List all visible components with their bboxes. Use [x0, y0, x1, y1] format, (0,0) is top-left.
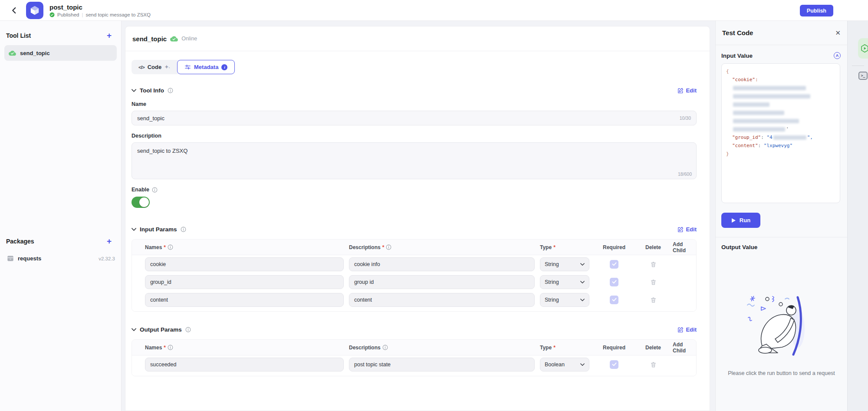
status-badge: Published	[57, 12, 79, 17]
param-name-input[interactable]: group_id	[145, 275, 344, 289]
param-required-checkbox[interactable]	[610, 260, 618, 269]
param-required-checkbox[interactable]	[610, 360, 618, 369]
code-token: :	[761, 135, 766, 140]
section-title: Tool Info	[140, 87, 164, 94]
edit-pencil-icon	[677, 88, 684, 94]
param-type-select[interactable]: String	[540, 257, 589, 271]
publish-button[interactable]: Publish	[800, 5, 833, 16]
param-name-input[interactable]: content	[145, 293, 344, 307]
description-input[interactable]: send_topic to ZSXQ 18/600	[132, 142, 697, 179]
collapse-chevron-icon[interactable]	[132, 328, 136, 331]
collapse-chevron-icon[interactable]	[132, 228, 136, 231]
param-name-input[interactable]: cookie	[145, 257, 344, 271]
code-icon: </>	[138, 65, 145, 70]
redacted-value	[733, 102, 769, 107]
top-header: post_topic Published | send topic messag…	[0, 0, 868, 21]
param-row: succeededpost topic stateBoolean	[132, 355, 696, 376]
tab-metadata[interactable]: Metadata i	[177, 60, 235, 74]
empty-state-illustration	[745, 294, 819, 359]
param-row: cookiecookie infoString	[132, 255, 696, 273]
required-asterisk: *	[553, 345, 556, 351]
description-char-counter: 18/600	[678, 171, 692, 177]
redacted-value	[733, 94, 810, 99]
column-header-type: Type*	[540, 244, 595, 250]
param-description-input[interactable]: group id	[349, 275, 535, 289]
param-description-input[interactable]: content	[349, 293, 535, 307]
empty-state-hint: Please click the run button to send a re…	[728, 370, 835, 376]
column-header-type: Type*	[540, 345, 595, 351]
param-delete-button[interactable]	[634, 261, 673, 268]
info-icon[interactable]	[181, 227, 186, 232]
param-description-input[interactable]: post topic state	[349, 358, 535, 372]
redacted-value	[733, 86, 806, 90]
input-value-editor[interactable]: {"cookie":'"group_id": "4","content": "l…	[721, 63, 840, 203]
column-header-required: Required	[595, 244, 634, 250]
rail-test-run-button[interactable]	[858, 38, 868, 59]
code-line: {	[726, 67, 835, 76]
description-field-label: Description	[132, 133, 697, 139]
info-icon[interactable]	[185, 327, 191, 332]
required-asterisk: *	[164, 345, 166, 351]
param-row: group_idgroup idString	[132, 273, 696, 291]
check-icon	[612, 262, 617, 266]
info-icon[interactable]	[382, 345, 388, 350]
info-icon[interactable]	[168, 345, 173, 350]
packages-title: Packages	[6, 238, 34, 245]
info-icon[interactable]	[168, 88, 173, 93]
close-icon[interactable]: ✕	[835, 29, 841, 37]
column-header-names: Names*	[145, 345, 349, 351]
param-delete-button[interactable]	[634, 296, 673, 303]
input-value-label: Input Value	[721, 53, 753, 59]
package-item-requests[interactable]: requests v2.32.3	[7, 255, 115, 262]
package-version: v2.32.3	[99, 256, 115, 261]
published-check-icon	[49, 12, 55, 17]
name-input[interactable]: send_topic 10/30	[132, 111, 697, 125]
info-icon[interactable]	[152, 187, 158, 193]
main-content: send_topic Online </> Code ✦˖ Metadata i	[125, 26, 710, 411]
param-delete-button[interactable]	[634, 361, 673, 368]
enable-label: Enable	[132, 187, 149, 193]
tool-info-edit-button[interactable]: Edit	[677, 87, 697, 94]
info-icon[interactable]	[386, 244, 391, 250]
tool-item-label: send_topic	[20, 50, 50, 56]
enable-toggle[interactable]	[132, 197, 150, 208]
add-package-button[interactable]: +	[107, 238, 112, 245]
back-chevron-icon	[10, 7, 18, 14]
param-name-input[interactable]: succeeded	[145, 358, 344, 372]
check-icon	[612, 280, 617, 284]
column-header-add-child: Add Child	[673, 342, 696, 354]
required-asterisk: *	[553, 244, 556, 250]
metadata-info-icon[interactable]: i	[221, 64, 227, 70]
tab-code[interactable]: </> Code ✦˖	[132, 60, 177, 74]
column-header-delete: Delete	[634, 244, 673, 250]
param-type-select[interactable]: String	[540, 275, 589, 289]
terminal-icon[interactable]: >_	[858, 72, 868, 80]
run-button[interactable]: Run	[721, 213, 760, 228]
hexagon-play-icon	[860, 44, 868, 53]
code-line: "content": "lxpwevyg"	[726, 141, 835, 150]
info-icon[interactable]	[168, 244, 173, 250]
code-token: :	[758, 143, 764, 148]
trash-icon	[650, 261, 657, 268]
param-required-checkbox[interactable]	[610, 278, 618, 286]
param-type-select[interactable]: Boolean	[540, 358, 589, 372]
code-token: "cookie":	[732, 77, 758, 82]
input-params-edit-button[interactable]: Edit	[677, 226, 697, 233]
online-status-label: Online	[181, 36, 197, 42]
back-button[interactable]	[9, 5, 20, 16]
add-tool-button[interactable]: +	[107, 32, 112, 39]
code-line	[726, 109, 835, 117]
column-header-required: Required	[595, 345, 634, 351]
column-header-descriptions: Descriptions	[349, 345, 540, 351]
auto-generate-icon[interactable]: A	[834, 52, 841, 59]
output-params-edit-button[interactable]: Edit	[677, 326, 697, 333]
chevron-down-icon	[580, 299, 585, 301]
param-delete-button[interactable]	[634, 279, 673, 286]
meta-divider: |	[82, 12, 83, 17]
param-type-select[interactable]: String	[540, 293, 589, 307]
collapse-chevron-icon[interactable]	[132, 89, 136, 92]
check-icon	[612, 362, 617, 366]
param-required-checkbox[interactable]	[610, 296, 618, 304]
param-description-input[interactable]: cookie info	[349, 257, 535, 271]
sidebar-item-send-topic[interactable]: send_topic	[4, 45, 117, 61]
